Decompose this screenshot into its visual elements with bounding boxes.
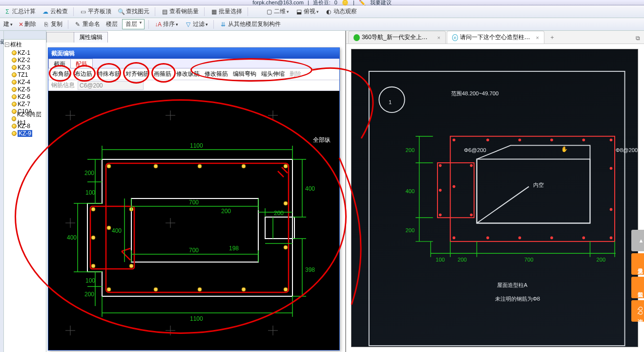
copy-icon: ⎘ xyxy=(42,21,50,28)
dlg-tool-7[interactable]: 编辑弯钩 xyxy=(231,69,258,79)
svg-point-24 xyxy=(284,164,288,168)
svg-rect-113 xyxy=(477,159,590,223)
btn-sort[interactable]: ↓A排序▾ xyxy=(153,20,180,29)
tree-item-KZ-5[interactable]: KZ-5 xyxy=(5,86,46,93)
section-editor-dialog: 截面编辑 截面 配筋 布角筋布边筋特殊布筋对齐钢筋画箍筋修改纵筋修改箍筋编辑弯钩… xyxy=(48,47,340,351)
svg-line-114 xyxy=(477,187,529,223)
btn-2d[interactable]: ▢二维▾ xyxy=(264,7,291,16)
list-icon: ▤ xyxy=(161,8,168,16)
rebar-info-input[interactable] xyxy=(78,81,144,90)
svg-text:700: 700 xyxy=(189,247,199,254)
2d-icon: ▢ xyxy=(265,8,273,16)
svg-point-95 xyxy=(550,138,553,141)
svg-text:200: 200 xyxy=(274,210,284,217)
combo-floor[interactable]: 首层 xyxy=(122,19,145,29)
section-canvas[interactable]: 1100 1100 400 398 400 200 100 100 200 70… xyxy=(48,91,339,350)
svg-text:100: 100 xyxy=(85,189,95,196)
browser-tab-2[interactable]: e 请问一下这个空心造型柱怎么布… × xyxy=(447,31,544,44)
svg-point-33 xyxy=(91,207,95,211)
tree-item-KZ-9[interactable]: KZ-9 xyxy=(5,130,46,137)
coin-value: 0 xyxy=(334,0,337,5)
svg-point-22 xyxy=(198,164,202,168)
overflow-icon[interactable]: ⧉ xyxy=(632,33,644,44)
svg-point-32 xyxy=(284,245,288,249)
btn-new[interactable]: 建▾ xyxy=(2,20,14,29)
tree-item-TZ1[interactable]: TZ1 xyxy=(5,71,46,78)
browser-tab-1[interactable]: 360导航_新一代安全上网导航 × xyxy=(348,31,446,44)
svg-point-92 xyxy=(453,138,456,141)
favicon-site: e xyxy=(452,34,458,41)
dialog-title[interactable]: 截面编辑 xyxy=(48,48,339,59)
svg-point-109 xyxy=(439,189,442,192)
tree-item-KZ-3[interactable]: KZ-3 xyxy=(5,64,46,71)
prop-tab-blank[interactable] xyxy=(46,32,74,43)
prop-tab-attr[interactable]: 属性编辑 xyxy=(74,32,108,43)
dlg-tool-4[interactable]: 画箍筋 xyxy=(152,69,173,79)
dlg-tool-5[interactable]: 修改纵筋 xyxy=(174,69,202,79)
side-tag-qq[interactable]: QQ咨询 xyxy=(631,300,644,322)
close-icon[interactable]: × xyxy=(437,35,440,41)
btn-rename[interactable]: ✎重命名 xyxy=(72,20,102,29)
dlg-tool-0[interactable]: 布角筋 xyxy=(50,69,72,79)
btn-rebar-qty[interactable]: ▤查看钢筋量 xyxy=(159,7,200,16)
tree-root[interactable]: − 框柱 xyxy=(5,41,46,49)
tree-item-KZ-6[interactable]: KZ-6 xyxy=(5,93,46,100)
side-tag-follow[interactable]: 关注我们 xyxy=(631,277,644,298)
dlg-tab-rebar[interactable]: 配筋 xyxy=(70,59,93,68)
svg-point-99 xyxy=(486,237,489,240)
node-icon xyxy=(12,102,17,107)
btn-flat[interactable]: ▭平齐板顶 xyxy=(78,7,113,16)
account-email[interactable]: forpk.chen@163.com xyxy=(252,0,304,5)
reference-photo: 1 范围48.200~49.700 xyxy=(351,49,638,347)
tree-item-KZ-8跨层柱1[interactable]: KZ-8跨层柱1 xyxy=(5,115,46,122)
svg-text:屋面造型柱A: 屋面造型柱A xyxy=(497,282,528,288)
btn-delete[interactable]: ✕删除 xyxy=(17,20,38,29)
dlg-tool-6[interactable]: 修改箍筋 xyxy=(203,69,230,79)
dlg-tool-1[interactable]: 布边筋 xyxy=(73,69,94,79)
svg-text:1: 1 xyxy=(389,99,392,105)
svg-point-111 xyxy=(470,164,473,167)
tree-item-KZ-7[interactable]: KZ-7 xyxy=(5,100,46,108)
bird-icon: ⬓ xyxy=(295,8,303,16)
find-icon: 🔍 xyxy=(117,8,125,16)
new-tab-button[interactable]: ＋ xyxy=(545,31,559,44)
svg-point-29 xyxy=(284,287,288,291)
tree-item-KZ-4[interactable]: KZ-4 xyxy=(5,78,46,86)
svg-rect-17 xyxy=(265,217,294,239)
svg-text:Φ8@200: Φ8@200 xyxy=(616,147,638,153)
dlg-tool-2[interactable]: 特殊布筋 xyxy=(95,69,123,79)
side-tag-feedback[interactable]: 意见反馈 xyxy=(631,253,644,275)
svg-text:内空: 内空 xyxy=(534,182,544,188)
btn-batch[interactable]: ▦批量选择 xyxy=(208,7,244,16)
svg-point-20 xyxy=(107,164,111,168)
dlg-tool-3[interactable]: 对齐钢筋 xyxy=(124,69,151,79)
suggest-link[interactable]: 我要建议 xyxy=(370,0,392,6)
tree-item-KZ-1[interactable]: KZ-1 xyxy=(5,49,46,56)
batch-icon: ▦ xyxy=(210,8,218,16)
svg-text:Φ6@200: Φ6@200 xyxy=(464,147,486,153)
btn-cloud-check[interactable]: ☁云检查 xyxy=(40,7,69,16)
side-tag-top[interactable]: ▲ xyxy=(631,230,644,251)
rebar-info-label: 钢筋信息 xyxy=(51,81,75,89)
btn-dyn[interactable]: ◐动态观察 xyxy=(323,7,358,16)
btn-find[interactable]: 🔍查找图元 xyxy=(116,7,151,16)
collapse-icon[interactable]: − xyxy=(5,43,9,47)
sigma-icon: Σ xyxy=(3,8,11,16)
tree-item-KZ-2[interactable]: KZ-2 xyxy=(5,56,46,64)
close-icon[interactable]: × xyxy=(536,35,539,41)
account-strip: forpk.chen@163.com | 造价豆: 0 🪙 | ✏️ 我要建议 xyxy=(0,0,644,5)
svg-point-105 xyxy=(610,167,613,170)
node-icon xyxy=(12,65,17,70)
dlg-tab-section[interactable]: 截面 xyxy=(48,59,71,68)
btn-filter[interactable]: ▽过滤▾ xyxy=(183,20,209,29)
dlg-tool-8[interactable]: 端头伸缩 xyxy=(259,69,287,79)
btn-copy[interactable]: ⎘复制 xyxy=(41,20,64,29)
btn-bird[interactable]: ⬓俯视▾ xyxy=(293,7,320,16)
svg-point-97 xyxy=(610,138,613,141)
svg-point-101 xyxy=(550,237,553,240)
svg-point-31 xyxy=(284,201,288,205)
btn-summary[interactable]: Σ汇总计算 xyxy=(2,7,37,16)
node-icon xyxy=(12,94,17,99)
btn-copy-from[interactable]: ⇊从其他楼层复制构件 xyxy=(218,20,282,29)
svg-text:200: 200 xyxy=(84,170,94,176)
